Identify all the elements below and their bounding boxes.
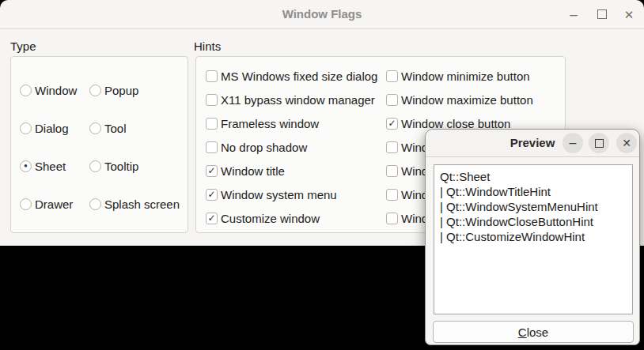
checkbox-icon — [386, 189, 398, 201]
main-window-title: Window Flags — [0, 0, 644, 28]
minimize-button[interactable]: – — [563, 133, 583, 153]
checkbox-label: Customize window — [221, 212, 320, 225]
checkbox-icon — [386, 213, 398, 224]
preview-window: Preview – ✕ Qt::Sheet | Qt::WindowTitleH… — [425, 129, 640, 345]
minimize-icon: – — [570, 137, 577, 149]
checkbox-frameless-window[interactable]: Frameless window — [206, 111, 386, 135]
maximize-button[interactable] — [589, 133, 609, 153]
radio-label: Tool — [104, 122, 127, 135]
checkbox-label: Window close button — [401, 117, 510, 130]
close-icon: ✕ — [622, 137, 631, 149]
checkbox-window-system-menu[interactable]: ✓Window system menu — [206, 183, 386, 206]
checkbox-label: MS Windows fixed size dialog — [221, 70, 377, 83]
radio-label: Tooltip — [104, 160, 138, 173]
checkbox-icon — [206, 141, 218, 153]
radio-label: Dialog — [35, 122, 69, 135]
radio-icon — [89, 198, 101, 210]
checkbox-icon — [206, 94, 218, 106]
checkbox-icon — [386, 70, 398, 82]
flags-text-line: | Qt::WindowSystemMenuHint — [440, 199, 627, 214]
checkbox-label: No drop shadow — [221, 141, 307, 154]
checkbox-label: Window title — [221, 164, 285, 178]
checkbox-label: Window maximize button — [401, 93, 533, 107]
checkbox-window-minimize-button[interactable]: Window minimize button — [386, 64, 565, 88]
preview-titlebar[interactable]: Preview – ✕ — [426, 130, 639, 157]
flags-text-area[interactable]: Qt::Sheet | Qt::WindowTitleHint | Qt::Wi… — [434, 164, 633, 314]
radio-label: Sheet — [35, 160, 66, 173]
radio-label: Window — [35, 84, 77, 97]
radio-sheet[interactable]: ●Sheet — [20, 147, 89, 185]
checkbox-window-title[interactable]: ✓Window title — [206, 159, 386, 183]
radio-icon: ● — [20, 160, 32, 172]
radio-label: Drawer — [35, 198, 73, 211]
radio-tool[interactable]: Tool — [89, 109, 188, 147]
close-preview-button[interactable]: Close — [433, 321, 634, 343]
radio-popup[interactable]: Popup — [89, 71, 188, 109]
checkbox-icon — [206, 118, 218, 130]
main-titlebar[interactable]: Window Flags – ✕ — [0, 0, 644, 29]
radio-window[interactable]: Window — [20, 71, 89, 109]
radio-label: Popup — [104, 84, 138, 97]
checkbox-icon: ✓ — [206, 165, 218, 177]
maximize-icon — [597, 9, 607, 19]
checkbox-no-drop-shadow[interactable]: No drop shadow — [206, 135, 386, 159]
maximize-icon — [595, 139, 604, 148]
checkbox-icon — [386, 94, 398, 106]
checkbox-icon — [386, 141, 398, 153]
close-button[interactable]: ✕ — [622, 7, 636, 21]
close-button[interactable]: ✕ — [616, 133, 637, 153]
checkbox-label: X11 bypass window manager — [221, 93, 375, 107]
checkbox-icon: ✓ — [206, 213, 218, 224]
hints-group-label: Hints — [194, 40, 221, 54]
close-icon: ✕ — [624, 9, 635, 21]
radio-icon — [89, 85, 101, 96]
radio-tooltip[interactable]: Tooltip — [89, 147, 188, 185]
minimize-button[interactable]: – — [566, 7, 581, 21]
flags-text-line: Qt::Sheet — [440, 169, 627, 184]
close-button-label: Close — [518, 326, 548, 339]
radio-icon — [20, 122, 32, 134]
radio-label: Splash screen — [104, 198, 180, 211]
checkbox-x11-bypass-window-manager[interactable]: X11 bypass window manager — [206, 88, 386, 111]
radio-icon — [20, 85, 32, 96]
radio-dialog[interactable]: Dialog — [20, 109, 89, 147]
minimize-icon: – — [570, 8, 577, 21]
flags-text-line: | Qt::WindowCloseButtonHint — [440, 214, 627, 229]
checkbox-customize-window[interactable]: ✓Customize window — [206, 206, 386, 230]
radio-icon — [89, 122, 101, 134]
type-groupbox: Window Popup Dialog Tool ●Sheet Tooltip … — [10, 56, 188, 233]
checkbox-icon: ✓ — [206, 189, 218, 201]
checkbox-icon: ✓ — [386, 118, 398, 130]
radio-drawer[interactable]: Drawer — [20, 185, 89, 223]
checkbox-label: Window minimize button — [401, 70, 530, 83]
radio-icon — [89, 160, 101, 172]
checkbox-window-maximize-button[interactable]: Window maximize button — [386, 88, 565, 111]
flags-text-line: | Qt::CustomizeWindowHint — [440, 229, 627, 244]
checkbox-icon — [386, 165, 398, 177]
checkbox-label: Window system menu — [221, 188, 337, 201]
checkbox-ms-windows-fixed-size-dialog[interactable]: MS Windows fixed size dialog — [206, 64, 386, 88]
radio-splash-screen[interactable]: Splash screen — [89, 185, 188, 223]
checkbox-label: Frameless window — [221, 117, 319, 130]
type-group-label: Type — [10, 40, 36, 54]
checkbox-icon — [206, 70, 218, 82]
flags-text-line: | Qt::WindowTitleHint — [440, 184, 627, 199]
radio-icon — [20, 198, 32, 210]
maximize-button[interactable] — [595, 7, 609, 21]
